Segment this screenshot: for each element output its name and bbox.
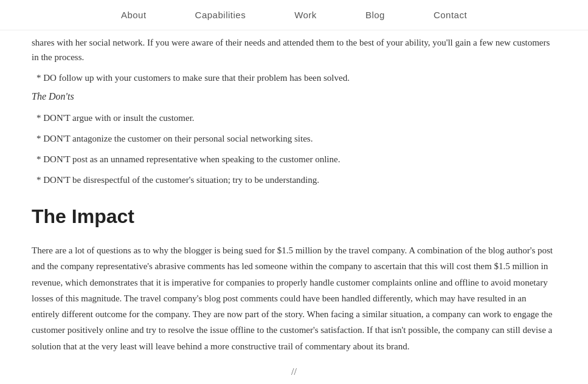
page-content: shares with her social network. If you w…: [0, 0, 588, 384]
nav-link-contact[interactable]: Contact: [434, 10, 467, 20]
impact-paragraph: There are a lot of questions as to why t…: [32, 242, 556, 354]
nav-item-blog[interactable]: Blog: [365, 10, 385, 21]
dont-item-0: * DON'T argue with or insult the custome…: [32, 111, 556, 125]
nav-item-capabilities[interactable]: Capabilities: [195, 10, 246, 21]
nav-link-blog[interactable]: Blog: [365, 10, 385, 20]
nav-link-about[interactable]: About: [121, 10, 147, 20]
dont-item-1: * DON'T antagonize the customer on their…: [32, 131, 556, 146]
divider: //: [32, 366, 556, 377]
dont-item-3: * DON'T be disrespectful of the customer…: [32, 173, 556, 187]
nav-item-work[interactable]: Work: [294, 10, 317, 21]
nav-link-capabilities[interactable]: Capabilities: [195, 10, 246, 20]
main-nav: About Capabilities Work Blog Contact: [0, 0, 588, 30]
nav-item-about[interactable]: About: [121, 10, 147, 21]
nav-item-contact[interactable]: Contact: [434, 10, 467, 21]
top-paragraph: shares with her social network. If you w…: [32, 35, 556, 64]
impact-heading: The Impact: [32, 205, 556, 228]
donts-heading: The Don'ts: [32, 91, 556, 102]
do-item: * DO follow up with your customers to ma…: [32, 70, 556, 85]
dont-item-2: * DON'T post as an unnamed representativ…: [32, 152, 556, 166]
nav-link-work[interactable]: Work: [294, 10, 317, 20]
